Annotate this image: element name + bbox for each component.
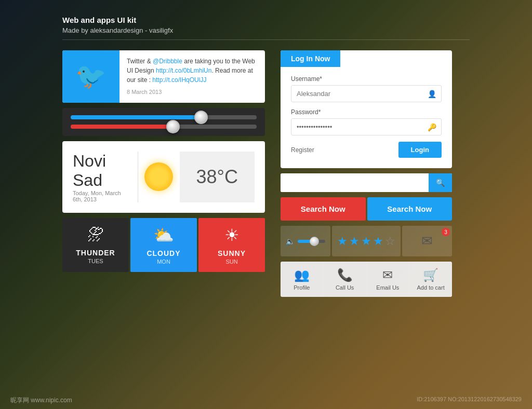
sun-icon bbox=[144, 162, 173, 191]
star-2[interactable]: ★ bbox=[349, 235, 360, 248]
weather-icon-area bbox=[138, 162, 180, 191]
weather-date: Today, Mon, March 6th, 2013 bbox=[73, 190, 127, 202]
search-now-button-red[interactable]: Search Now bbox=[281, 197, 366, 221]
star-4[interactable]: ★ bbox=[373, 235, 383, 248]
weather-temperature: 38°C bbox=[180, 152, 255, 202]
watermark-left: 昵享网 www.nipic.com bbox=[10, 396, 72, 405]
search-bar: 🔍 bbox=[281, 173, 452, 192]
slider-blue[interactable] bbox=[71, 115, 257, 119]
twitter-card: 🐦 Twitter & @Dribbble are taking you to … bbox=[62, 50, 265, 103]
login-button[interactable]: Login bbox=[398, 142, 442, 158]
profile-label: Profile bbox=[294, 284, 310, 291]
thunder-icon: ⛈ bbox=[68, 225, 124, 244]
weather-main: Novi Sad Today, Mon, March 6th, 2013 38°… bbox=[62, 141, 265, 213]
cloudy-icon: ⛅ bbox=[136, 225, 192, 245]
username-wrapper: 👤 bbox=[291, 85, 442, 102]
twitter-content: Twitter & @Dribbble are taking you to th… bbox=[119, 50, 265, 103]
password-wrapper: 🔑 bbox=[291, 118, 442, 135]
twitter-link2[interactable]: http://t.co/IHqOUlJJ bbox=[152, 76, 206, 84]
slider-blue-thumb[interactable] bbox=[194, 111, 208, 124]
star-1[interactable]: ★ bbox=[337, 235, 348, 248]
icon-row-2: 👥 Profile 📞 Call Us ✉ Email Us 🛒 Add to … bbox=[281, 262, 452, 297]
notification-badge: 3 bbox=[442, 228, 450, 236]
login-tab[interactable]: Log In Now bbox=[281, 50, 340, 67]
mail-box[interactable]: ✉ 3 bbox=[402, 226, 452, 256]
cart-icon: 🛒 bbox=[423, 268, 438, 282]
volume-slider[interactable]: 🔈 bbox=[286, 237, 325, 246]
call-label: Call Us bbox=[336, 284, 354, 291]
register-link[interactable]: Register bbox=[291, 146, 314, 154]
star-rating[interactable]: ★ ★ ★ ★ ☆ bbox=[337, 235, 395, 248]
email-action[interactable]: ✉ Email Us bbox=[367, 262, 410, 297]
icon-row-1: 🔈 ★ ★ ★ ★ ☆ bbox=[281, 226, 452, 256]
star-3[interactable]: ★ bbox=[361, 235, 371, 248]
page-title: Web and apps UI kit bbox=[62, 16, 470, 24]
watermark-right: ID:2106397 NO:20131220162730548329 bbox=[417, 396, 522, 405]
email-label: Email Us bbox=[376, 284, 399, 291]
weather-tile-thunder[interactable]: ⛈ THUNDER TUES bbox=[62, 218, 129, 272]
twitter-body-text: Twitter & @Dribbble are taking you to th… bbox=[127, 58, 255, 84]
username-label: Username* bbox=[291, 75, 442, 83]
password-label: Password* bbox=[291, 108, 442, 116]
user-icon: 👤 bbox=[428, 90, 436, 98]
login-footer: Register Login bbox=[291, 142, 442, 158]
weather-tile-sunny[interactable]: ☀ SUNNY SUN bbox=[198, 218, 265, 272]
cloudy-label: CLOUDY bbox=[136, 249, 192, 257]
twitter-brand-area: 🐦 bbox=[62, 50, 119, 103]
password-group: Password* 🔑 bbox=[291, 108, 442, 135]
twitter-date: 8 March 2013 bbox=[127, 88, 258, 97]
profile-icon: 👥 bbox=[294, 268, 310, 282]
page-subtitle: Made by aleksandardesign - vasiligfx bbox=[62, 26, 470, 40]
thunder-day: TUES bbox=[68, 258, 124, 264]
phone-icon: 📞 bbox=[337, 268, 353, 282]
stars-box: ★ ★ ★ ★ ☆ bbox=[332, 226, 401, 256]
call-action[interactable]: 📞 Call Us bbox=[324, 262, 367, 297]
login-card: Log In Now Username* 👤 Password* 🔑 bbox=[281, 50, 452, 168]
volume-box: 🔈 bbox=[281, 226, 330, 256]
sliders-container bbox=[62, 108, 265, 136]
cloudy-day: MON bbox=[136, 258, 192, 265]
weather-tile-cloudy[interactable]: ⛅ CLOUDY MON bbox=[130, 218, 197, 272]
search-icon-button[interactable]: 🔍 bbox=[429, 173, 452, 192]
watermark: 昵享网 www.nipic.com ID:2106397 NO:20131220… bbox=[0, 396, 532, 405]
search-buttons: Search Now Search Now bbox=[281, 197, 452, 221]
volume-icon: 🔈 bbox=[286, 237, 295, 246]
sunny-icon: ☀ bbox=[204, 225, 260, 245]
weather-city-info: Novi Sad Today, Mon, March 6th, 2013 bbox=[73, 152, 138, 202]
weather-widget: Novi Sad Today, Mon, March 6th, 2013 38°… bbox=[62, 141, 265, 213]
weather-tiles: ⛈ THUNDER TUES ⛅ CLOUDY MON ☀ SUNNY SUN bbox=[62, 218, 265, 272]
twitter-handle-link[interactable]: @Dribbble bbox=[153, 58, 182, 65]
twitter-link1[interactable]: http://t.co/0bLmhiUn bbox=[156, 67, 211, 74]
cart-action[interactable]: 🛒 Add to cart bbox=[409, 262, 452, 297]
thunder-label: THUNDER bbox=[68, 249, 124, 257]
sunny-label: SUNNY bbox=[204, 249, 260, 257]
volume-track[interactable] bbox=[298, 240, 325, 243]
weather-city-name: Novi Sad bbox=[73, 152, 127, 190]
sunny-day: SUN bbox=[204, 258, 260, 265]
username-input[interactable] bbox=[291, 85, 442, 102]
twitter-bird-icon: 🐦 bbox=[75, 62, 107, 91]
mail-icon: ✉ bbox=[421, 233, 433, 249]
key-icon: 🔑 bbox=[428, 123, 436, 131]
login-body: Username* 👤 Password* 🔑 bbox=[281, 67, 452, 168]
username-group: Username* 👤 bbox=[291, 75, 442, 102]
password-input[interactable] bbox=[291, 118, 442, 135]
slider-red-thumb[interactable] bbox=[166, 120, 180, 133]
star-5[interactable]: ☆ bbox=[385, 235, 395, 248]
search-input[interactable] bbox=[281, 174, 429, 192]
cart-label: Add to cart bbox=[417, 284, 445, 291]
left-column: 🐦 Twitter & @Dribbble are taking you to … bbox=[62, 50, 265, 272]
slider-red[interactable] bbox=[71, 125, 257, 129]
volume-thumb[interactable] bbox=[310, 237, 319, 246]
email-icon: ✉ bbox=[382, 268, 393, 282]
search-now-button-blue[interactable]: Search Now bbox=[367, 197, 453, 221]
profile-action[interactable]: 👥 Profile bbox=[281, 262, 324, 297]
right-column: Log In Now Username* 👤 Password* 🔑 bbox=[281, 50, 452, 297]
